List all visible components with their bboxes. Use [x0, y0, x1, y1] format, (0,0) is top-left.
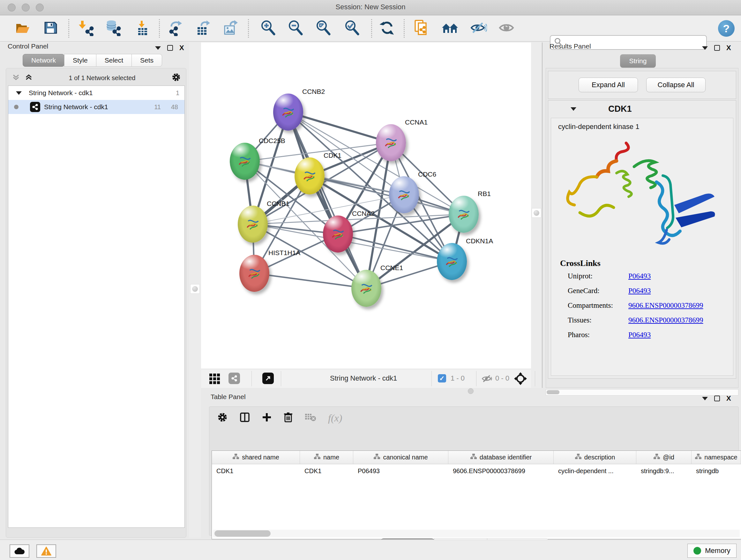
splitter-handle-icon[interactable] — [534, 210, 539, 216]
scrollbar-thumb[interactable] — [214, 530, 271, 537]
float-panel-icon[interactable] — [714, 395, 720, 401]
table-cell[interactable]: stringdb — [691, 464, 741, 478]
show-columns-icon[interactable] — [239, 412, 250, 424]
external-arrow-icon — [265, 375, 271, 381]
cloud-button[interactable] — [10, 544, 29, 558]
zoom-fit-button[interactable] — [314, 19, 332, 37]
open-session-button[interactable] — [13, 19, 31, 37]
network-node-cdc25b[interactable] — [230, 143, 260, 180]
network-node-ccna1[interactable] — [376, 124, 406, 161]
tab-sets[interactable]: Sets — [131, 54, 162, 67]
tab-string[interactable]: String — [620, 54, 656, 68]
crosslink-label: Uniprot: — [568, 272, 593, 280]
network-node-rb1[interactable] — [449, 196, 479, 233]
refresh-button[interactable] — [378, 19, 396, 37]
column-header-shared-name[interactable]: shared name — [212, 451, 300, 464]
zoom-selected-button[interactable] — [343, 19, 361, 37]
close-panel-icon[interactable]: X — [179, 44, 184, 51]
network-node-cdkn1a[interactable] — [437, 243, 467, 280]
crosslink-link[interactable]: P06493 — [628, 287, 651, 295]
delete-column-icon[interactable] — [283, 412, 293, 424]
crosslink-link[interactable]: P06493 — [628, 272, 651, 280]
zoom-out-button[interactable] — [286, 19, 305, 37]
table-toolbar-container: f(x) shared namenamecanonical namedataba… — [209, 407, 739, 536]
network-node-cdk1[interactable] — [294, 158, 325, 194]
export-image-button[interactable] — [222, 19, 240, 37]
network-edge[interactable] — [288, 112, 391, 143]
expand-all-networks-icon[interactable] — [24, 73, 33, 83]
sort-tree-icon — [232, 453, 239, 461]
warnings-button[interactable] — [37, 544, 56, 558]
open-in-new-window-button[interactable] — [262, 373, 274, 384]
close-panel-icon[interactable]: X — [726, 395, 731, 402]
import-table-button[interactable] — [134, 19, 151, 37]
crosslinks-heading: CrossLinks — [560, 259, 601, 268]
hide-selected-button[interactable] — [469, 19, 487, 37]
gene-disclosure-icon[interactable] — [570, 107, 576, 111]
birds-eye-view-button[interactable] — [209, 373, 220, 386]
network-node-ccnb1[interactable] — [238, 206, 268, 243]
toolbar-separator — [371, 19, 372, 38]
network-node-hist1h1a[interactable] — [239, 255, 269, 292]
table-cell[interactable]: CDK1 — [300, 464, 353, 478]
network-row[interactable]: String Network - cdk1 11 48 — [8, 100, 185, 114]
import-network-button[interactable] — [77, 19, 95, 37]
left-splitter[interactable] — [189, 43, 201, 538]
column-header-name[interactable]: name — [300, 451, 353, 464]
column-header-namespace[interactable]: namespace — [691, 451, 741, 464]
column-header-canonical-name[interactable]: canonical name — [353, 451, 448, 464]
save-session-button[interactable] — [42, 19, 59, 37]
expand-all-button[interactable]: Expand All — [579, 78, 638, 92]
collection-disclosure-icon[interactable] — [16, 91, 22, 95]
export-network-button[interactable] — [167, 19, 185, 37]
splitter-handle-icon[interactable] — [192, 286, 198, 292]
create-column-icon[interactable] — [262, 412, 272, 424]
zoom-in-button[interactable] — [259, 19, 277, 37]
table-cell[interactable]: P06493 — [353, 464, 448, 478]
table-cell[interactable]: CDK1 — [212, 464, 300, 478]
table-row[interactable]: CDK1CDK1P064939606.ENSP00000378699cyclin… — [212, 464, 741, 478]
network-edge[interactable] — [254, 273, 366, 288]
table-cell[interactable]: 9606.ENSP00000378699 — [448, 464, 554, 478]
show-all-button[interactable] — [497, 19, 515, 37]
network-canvas[interactable]: CCNB2CCNA1CDC25BCDK1CDC6RB1CCNB1CCNA2CDK… — [201, 43, 531, 369]
network-collection-row[interactable]: String Network - cdk1 1 — [8, 86, 185, 100]
crosslink-link[interactable]: P06493 — [628, 331, 651, 339]
selected-checkbox-icon[interactable]: ✓ — [438, 374, 446, 382]
network-node-ccna2[interactable] — [323, 215, 353, 253]
crosshair-icon[interactable] — [514, 372, 527, 387]
gear-icon[interactable] — [172, 72, 181, 83]
panel-menu-icon[interactable] — [155, 46, 161, 50]
network-node-ccnb2[interactable] — [273, 94, 303, 131]
right-splitter[interactable] — [531, 43, 542, 388]
tab-style[interactable]: Style — [64, 54, 96, 67]
crosslink-link[interactable]: 9606.ENSP00000378699 — [628, 301, 703, 310]
float-panel-icon[interactable] — [714, 45, 720, 51]
column-header-description[interactable]: description — [554, 451, 636, 464]
collapse-all-networks-icon[interactable] — [12, 73, 20, 83]
collapse-all-button[interactable]: Collapse All — [646, 78, 705, 92]
network-node-ccne1[interactable] — [351, 270, 381, 307]
first-neighbors-button[interactable] — [441, 19, 459, 37]
panel-menu-icon[interactable] — [702, 46, 708, 50]
float-panel-icon[interactable] — [167, 45, 173, 51]
help-button[interactable]: ? — [718, 19, 735, 37]
column-header-database-identifier[interactable]: database identifier — [448, 451, 554, 464]
export-table-button[interactable] — [194, 19, 212, 37]
network-share-button[interactable] — [228, 373, 240, 384]
network-node-cdc6[interactable] — [389, 176, 419, 213]
clone-network-button[interactable] — [413, 19, 430, 37]
crosslink-link[interactable]: 9606.ENSP00000378699 — [628, 316, 703, 324]
table-cell[interactable]: stringdb:9... — [636, 464, 691, 478]
table-gear-icon[interactable] — [217, 412, 228, 424]
tab-select[interactable]: Select — [96, 54, 132, 67]
table-h-scrollbar[interactable] — [213, 530, 740, 537]
tab-network[interactable]: Network — [23, 54, 64, 67]
import-network-from-database-button[interactable] — [105, 19, 122, 37]
close-panel-icon[interactable]: X — [726, 44, 731, 51]
table-cell[interactable]: cyclin-dependent ... — [554, 464, 636, 478]
column-header--id[interactable]: @id — [636, 451, 691, 464]
network-edge[interactable] — [288, 112, 366, 288]
memory-button[interactable]: Memory — [687, 544, 737, 558]
panel-menu-icon[interactable] — [702, 397, 708, 400]
